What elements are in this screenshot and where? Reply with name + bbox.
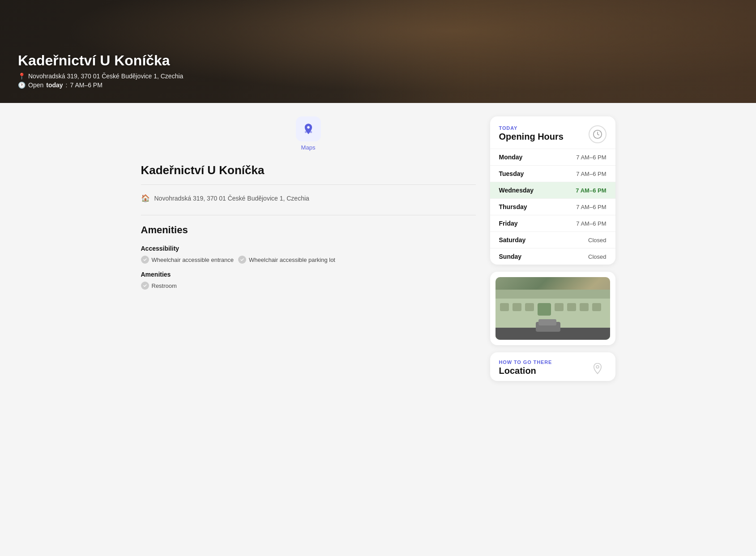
hours-time: 7 AM–6 PM — [576, 187, 606, 194]
svg-rect-6 — [513, 303, 521, 311]
location-photo — [495, 277, 610, 340]
opening-hours-card: TODAY Opening Hours Monday 7 AM–6 PM Tue… — [490, 116, 615, 265]
building-svg — [495, 290, 610, 340]
amenity-item: Wheelchair accessible entrance — [141, 256, 234, 264]
hours-header-text: TODAY Opening Hours — [499, 125, 564, 142]
hours-time: 7 AM–6 PM — [576, 154, 606, 161]
svg-point-0 — [304, 131, 307, 133]
hero-content: Kadeřnictví U Koníčka 📍 Novohradská 319,… — [18, 52, 183, 89]
check-svg — [240, 257, 244, 262]
amenities-title: Amenities — [141, 224, 476, 236]
svg-rect-15 — [538, 319, 556, 325]
hero-hours: 🕐 Open today: 7 AM–6 PM — [18, 81, 183, 89]
amenity-check-icon — [141, 256, 149, 264]
hours-day: Sunday — [499, 253, 522, 260]
svg-rect-12 — [592, 303, 601, 311]
today-label: TODAY — [499, 125, 564, 131]
amenities-section: Amenities Accessibility Wheelchair acces… — [141, 224, 476, 290]
how-card-header: HOW TO GO THERE Location — [490, 352, 615, 381]
amenity-items: Restroom — [141, 282, 476, 290]
amenity-items: Wheelchair accessible entrance Wheelchai… — [141, 256, 476, 264]
location-title: Location — [499, 366, 552, 376]
location-photo-card — [490, 272, 615, 345]
building-background — [495, 290, 610, 340]
amenity-text: Wheelchair accessible entrance — [152, 257, 234, 263]
how-header-text: HOW TO GO THERE Location — [499, 359, 552, 376]
check-svg — [143, 283, 147, 288]
clock-icon: 🕐 — [18, 81, 26, 89]
hours-time: Closed — [588, 253, 606, 260]
amenity-group-label: Accessibility — [141, 245, 476, 252]
svg-rect-8 — [538, 303, 551, 316]
amenity-check-icon — [141, 282, 149, 290]
hours-row-monday: Monday 7 AM–6 PM — [490, 149, 615, 165]
svg-rect-5 — [500, 303, 509, 311]
main-content: Maps Kadeřnictví U Koníčka 🏠 Novohradská… — [132, 103, 624, 394]
svg-rect-7 — [525, 303, 534, 311]
address-row: 🏠 Novohradská 319, 370 01 České Budějovi… — [141, 194, 476, 202]
amenity-text: Wheelchair accessible parking lot — [249, 257, 335, 263]
business-name: Kadeřnictví U Koníčka — [141, 163, 476, 177]
svg-point-1 — [310, 131, 312, 133]
amenity-check-icon — [238, 256, 246, 264]
hours-time: 7 AM–6 PM — [576, 204, 606, 210]
right-panel: TODAY Opening Hours Monday 7 AM–6 PM Tue… — [490, 116, 615, 381]
amenity-text: Restroom — [152, 282, 177, 289]
maps-label: Maps — [301, 144, 316, 151]
hero-address: 📍 Novohradská 319, 370 01 České Budějovi… — [18, 73, 183, 80]
home-icon: 🏠 — [141, 194, 150, 202]
svg-rect-9 — [555, 303, 564, 311]
hours-row-saturday: Saturday Closed — [490, 231, 615, 248]
hours-time: 7 AM–6 PM — [576, 171, 606, 177]
hero-section: Kadeřnictví U Koníčka 📍 Novohradská 319,… — [0, 0, 756, 103]
opening-hours-title: Opening Hours — [499, 132, 564, 142]
amenity-item: Restroom — [141, 282, 177, 290]
clock-icon — [589, 125, 607, 143]
maps-icon — [302, 123, 315, 135]
hero-business-name: Kadeřnictví U Koníčka — [18, 52, 183, 69]
hours-row-sunday: Sunday Closed — [490, 248, 615, 265]
left-panel: Maps Kadeřnictví U Koníčka 🏠 Novohradská… — [141, 116, 476, 297]
maps-section: Maps — [141, 116, 476, 151]
hours-row-friday: Friday 7 AM–6 PM — [490, 215, 615, 231]
hours-day: Saturday — [499, 236, 526, 244]
hours-row-tuesday: Tuesday 7 AM–6 PM — [490, 165, 615, 182]
hours-day: Wednesday — [499, 187, 534, 194]
amenity-item: Wheelchair accessible parking lot — [238, 256, 335, 264]
hours-time: 7 AM–6 PM — [576, 220, 606, 227]
amenity-group-accessibility: Accessibility Wheelchair accessible entr… — [141, 245, 476, 264]
hours-row-wednesday: Wednesday 7 AM–6 PM — [490, 182, 615, 198]
svg-point-16 — [596, 366, 599, 368]
hours-table: Monday 7 AM–6 PM Tuesday 7 AM–6 PM Wedne… — [490, 149, 615, 265]
how-to-go-card: HOW TO GO THERE Location — [490, 352, 615, 381]
amenity-group-amenities: Amenities Restroom — [141, 271, 476, 290]
hours-row-thursday: Thursday 7 AM–6 PM — [490, 198, 615, 215]
divider-2 — [141, 215, 476, 215]
how-label: HOW TO GO THERE — [499, 359, 552, 365]
divider-1 — [141, 184, 476, 185]
location-pin-icon — [589, 359, 607, 377]
hours-day: Monday — [499, 154, 523, 161]
maps-icon-wrap — [296, 116, 321, 141]
check-svg — [143, 257, 147, 262]
hours-day: Thursday — [499, 203, 527, 210]
maps-button[interactable]: Maps — [296, 116, 321, 151]
svg-rect-10 — [567, 303, 576, 311]
amenity-groups: Accessibility Wheelchair accessible entr… — [141, 245, 476, 290]
svg-rect-11 — [580, 303, 589, 311]
location-icon: 📍 — [18, 73, 26, 80]
hero-image — [340, 0, 756, 103]
hours-card-header: TODAY Opening Hours — [490, 116, 615, 149]
hours-day: Friday — [499, 220, 518, 227]
hours-day: Tuesday — [499, 170, 524, 177]
hours-time: Closed — [588, 237, 606, 244]
amenity-group-label: Amenities — [141, 271, 476, 278]
